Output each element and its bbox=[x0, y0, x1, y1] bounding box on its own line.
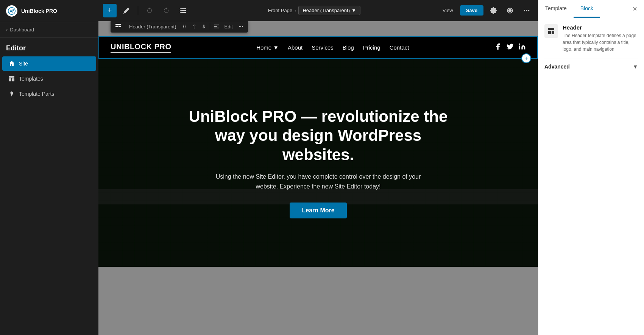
svg-point-10 bbox=[183, 25, 184, 26]
tab-block-label: Block bbox=[580, 5, 593, 11]
site-logo: UNIBLOCK PRO bbox=[111, 42, 171, 53]
nav-link-pricing[interactable]: Pricing bbox=[363, 44, 380, 51]
panel-section-advanced-title: Advanced bbox=[544, 64, 570, 70]
sidebar: UniBlock PRO ‹ Dashboard Editor Site Tem… bbox=[0, 0, 98, 335]
nav-link-home[interactable]: Home ▼ bbox=[256, 44, 279, 51]
panel-header: Template Block × bbox=[538, 0, 644, 18]
block-toolbar-sep-2 bbox=[210, 23, 210, 30]
back-arrow-icon: ‹ bbox=[6, 27, 8, 33]
block-drag-handle[interactable] bbox=[179, 22, 189, 31]
main-area: + Front Page › Header (Transparent) ▼ bbox=[98, 0, 538, 335]
svg-point-11 bbox=[183, 26, 184, 27]
hero-content: UniBlock PRO — revolutionize the way you… bbox=[186, 107, 451, 218]
hero-subtitle: Using the new Site Editor, you have comp… bbox=[205, 172, 432, 191]
breadcrumb: Front Page › Header (Transparent) ▼ bbox=[268, 6, 360, 15]
svg-point-15 bbox=[185, 28, 186, 28]
app-name: UniBlock PRO bbox=[21, 8, 57, 14]
svg-point-12 bbox=[183, 28, 184, 28]
svg-rect-23 bbox=[548, 28, 554, 30]
panel-section-advanced-header[interactable]: Advanced ▼ bbox=[544, 59, 638, 74]
hero-cta-button[interactable]: Learn More bbox=[290, 203, 346, 218]
list-view-button[interactable] bbox=[176, 4, 190, 17]
house-icon bbox=[8, 60, 15, 67]
svg-rect-25 bbox=[552, 31, 554, 34]
nav-link-about[interactable]: About bbox=[288, 44, 303, 51]
nav-link-home-label: Home bbox=[256, 44, 271, 51]
block-info-text: Header The Header template defines a pag… bbox=[563, 24, 638, 53]
sidebar-item-templates-label: Templates bbox=[19, 76, 43, 82]
tab-template-label: Template bbox=[545, 5, 567, 11]
nav-link-services[interactable]: Services bbox=[312, 44, 334, 51]
svg-rect-18 bbox=[214, 28, 219, 28]
panel-content: Header The Header template defines a pag… bbox=[538, 18, 644, 335]
block-more-button[interactable] bbox=[236, 22, 246, 31]
style-button[interactable] bbox=[503, 4, 517, 17]
nav-social bbox=[494, 43, 526, 52]
template-badge-label: Header (Transparent) bbox=[303, 8, 350, 13]
sidebar-item-site-label: Site bbox=[19, 61, 28, 67]
block-move-up-button[interactable]: ⇧ bbox=[190, 22, 199, 31]
nav-dropdown-arrow: ▼ bbox=[273, 44, 279, 51]
hero-section: UniBlock PRO — revolutionize the way you… bbox=[98, 59, 538, 267]
facebook-icon[interactable] bbox=[494, 43, 502, 52]
svg-rect-16 bbox=[214, 25, 219, 25]
sidebar-item-site[interactable]: Site bbox=[2, 56, 96, 71]
block-description: The Header template defines a page area … bbox=[563, 32, 638, 53]
template-badge[interactable]: Header (Transparent) ▼ bbox=[298, 6, 360, 15]
tab-template[interactable]: Template bbox=[538, 0, 574, 18]
block-align-button[interactable] bbox=[212, 22, 221, 31]
chevron-down-icon: ▼ bbox=[633, 64, 638, 70]
dashboard-back-link[interactable]: ‹ Dashboard bbox=[0, 22, 98, 37]
block-type-label-button[interactable]: Header (Transparent) bbox=[127, 22, 179, 31]
nav-link-blog[interactable]: Blog bbox=[343, 44, 354, 51]
svg-rect-1 bbox=[9, 78, 11, 81]
sidebar-item-template-parts[interactable]: Template Parts bbox=[2, 87, 96, 101]
sidebar-item-template-parts-label: Template Parts bbox=[19, 91, 54, 97]
block-move-down-button[interactable]: ⇩ bbox=[200, 22, 208, 31]
undo-button[interactable] bbox=[143, 4, 156, 17]
block-toolbar-sep-1 bbox=[125, 23, 125, 30]
linkedin-icon[interactable] bbox=[518, 43, 526, 52]
panel-close-button[interactable]: × bbox=[628, 2, 642, 16]
chevron-down-icon: ▼ bbox=[351, 8, 356, 13]
view-button[interactable]: View bbox=[439, 5, 457, 16]
pencil-button[interactable] bbox=[120, 4, 133, 17]
add-block-button[interactable]: + bbox=[103, 4, 117, 17]
nav-bar: UNIBLOCK PRO Home ▼ About Services Blog … bbox=[99, 37, 537, 58]
tab-block[interactable]: Block bbox=[574, 0, 600, 18]
block-edit-button[interactable]: Edit bbox=[222, 22, 235, 31]
block-type-label: Header (Transparent) bbox=[129, 24, 176, 30]
block-toolbar: Header (Transparent) ⇧ ⇩ Edit bbox=[111, 21, 248, 33]
svg-point-22 bbox=[519, 44, 520, 45]
sidebar-header: UniBlock PRO bbox=[0, 0, 98, 22]
breadcrumb-separator: › bbox=[295, 8, 296, 13]
nav-link-contact[interactable]: Contact bbox=[390, 44, 409, 51]
nav-links: Home ▼ About Services Blog Pricing Conta… bbox=[256, 44, 409, 51]
sidebar-item-templates[interactable]: Templates bbox=[2, 72, 96, 86]
svg-point-13 bbox=[185, 25, 186, 26]
svg-point-6 bbox=[528, 10, 529, 11]
twitter-icon[interactable] bbox=[506, 43, 514, 52]
wordpress-logo bbox=[6, 5, 17, 17]
svg-point-14 bbox=[185, 26, 186, 27]
diamond-icon bbox=[8, 90, 15, 97]
svg-rect-17 bbox=[214, 26, 217, 27]
toolbar-sep-1 bbox=[138, 6, 138, 15]
sidebar-nav: Site Templates Template Parts bbox=[0, 56, 98, 101]
redo-button[interactable] bbox=[159, 4, 173, 17]
header-block[interactable]: Header (Transparent) ⇧ ⇩ Edit bbox=[98, 36, 538, 59]
save-button[interactable]: Save bbox=[460, 5, 483, 16]
block-type-icon-button[interactable] bbox=[113, 22, 123, 31]
editor-section-title: Editor bbox=[0, 37, 98, 56]
header-block-icon bbox=[544, 24, 558, 38]
svg-point-19 bbox=[239, 26, 240, 27]
right-panel: Template Block × Header The Header templ… bbox=[538, 0, 644, 335]
dashboard-label: Dashboard bbox=[10, 27, 34, 33]
svg-rect-0 bbox=[9, 76, 14, 78]
settings-button[interactable] bbox=[487, 4, 500, 17]
breadcrumb-page: Front Page bbox=[268, 8, 292, 13]
canvas-area[interactable]: Header (Transparent) ⇧ ⇩ Edit bbox=[98, 21, 538, 335]
more-options-button[interactable] bbox=[520, 4, 533, 17]
add-block-after-header-button[interactable]: + bbox=[521, 53, 531, 63]
svg-rect-8 bbox=[115, 26, 118, 27]
